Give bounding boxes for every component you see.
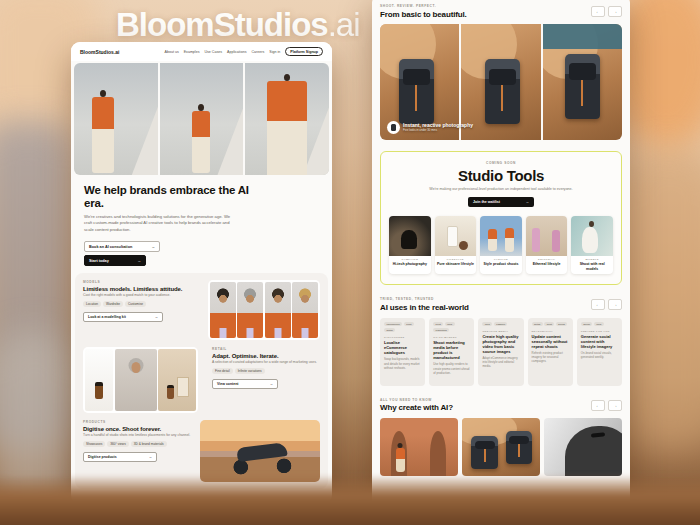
retail-section: RETAIL Adapt. Optimise. Iterate. A selec… [83, 347, 320, 413]
hero-photo-model-center [160, 63, 244, 175]
tool-card-label: Ethereal lifestyle [528, 262, 566, 266]
use-card-body: Adapt eCommerce imagery into lifestyle a… [482, 356, 519, 368]
models-text: MODELS Limitless models. Limitless attit… [83, 280, 195, 322]
tool-card-skincare[interactable]: LIFESTYLE Pure skincare lifestyle [435, 216, 477, 274]
carousel-prev-button[interactable]: ← [591, 400, 605, 411]
tool-card-label: Hi-tech photography [391, 262, 429, 266]
tool-card-hi-tech[interactable]: CAMPAIGN Hi-tech photography [389, 216, 431, 274]
book-consultation-button[interactable]: Book an AI consultation → [84, 241, 160, 252]
join-waitlist-button[interactable]: Join the waitlist → [468, 197, 534, 207]
gallery-heading: From basic to beautiful. [380, 10, 622, 19]
tool-card-label: Pure skincare lifestyle [437, 262, 475, 266]
backpack-shape [399, 59, 434, 124]
uses-overline: TRIED, TESTED, TRUSTED [380, 297, 622, 301]
use-card-catalogues[interactable]: eCommercePrintRetail CATALOGUES Localise… [380, 318, 425, 386]
use-card-premanufacture[interactable]: PrintWebMarketing GO-TO-MARKET Shoot mar… [429, 318, 474, 386]
backpack-photo-3 [543, 24, 622, 140]
use-tag: Print [404, 322, 414, 327]
gallery-arrows: ← → [591, 6, 622, 17]
arrow-right-icon: → [149, 455, 153, 459]
tool-card-real-models[interactable]: MODELS Shoot with real models [571, 216, 613, 274]
arrow-right-icon: → [137, 259, 141, 263]
poster-title-main: BloomStudios [116, 6, 328, 43]
use-tag: Social [581, 322, 593, 327]
carousel-next-button[interactable]: → [608, 6, 622, 17]
features-card: MODELS Limitless models. Limitless attit… [75, 273, 328, 489]
why-header: ALL YOU NEED TO KNOW Why create with AI?… [380, 398, 622, 413]
tool-card-photo [526, 216, 568, 256]
nav-link-examples[interactable]: Examples [184, 50, 200, 54]
poster-title: BloomStudios.ai [116, 6, 360, 44]
model-figure [192, 111, 210, 173]
nav-link-applications[interactable]: Applications [227, 50, 246, 54]
use-card-social[interactable]: SocialWeb CREATED FOR YOU Generate socia… [577, 318, 622, 386]
book-consultation-label: Book an AI consultation [89, 245, 132, 249]
why-photo-bw-portrait [544, 418, 622, 476]
backpack-gallery: Instant, reactive photography Five looks… [380, 24, 622, 140]
retail-body: A selection of curated adaptations for a… [212, 360, 320, 365]
model-figure [396, 448, 405, 472]
retail-heading: Adapt. Optimise. Iterate. [212, 353, 320, 359]
models-tags: Location Wardrobe Customise [83, 301, 195, 307]
serum-bottle-photo [85, 349, 113, 411]
tool-card-photo [435, 216, 477, 256]
tool-card-photo [389, 216, 431, 256]
carousel-prev-button[interactable]: ← [591, 299, 605, 310]
use-tag: Retail [384, 328, 395, 333]
why-gallery [380, 418, 622, 476]
start-today-button[interactable]: Start today → [84, 255, 146, 266]
carousel-next-button[interactable]: → [608, 400, 622, 411]
tag-wardrobe: Wardrobe [103, 301, 123, 307]
carousel-prev-button[interactable]: ← [591, 6, 605, 17]
tool-card-photo [571, 216, 613, 256]
use-card-overline: SEASONALITY [532, 330, 569, 333]
use-tag: Web [445, 322, 455, 327]
tool-card-style-shoots[interactable]: FASHION Style product shoots [480, 216, 522, 274]
modelling-kit-button[interactable]: Look at a modelling kit → [83, 312, 163, 322]
use-card-title: Localise eCommerce catalogues [384, 340, 421, 355]
nav-link-signin[interactable]: Sign in [269, 50, 280, 54]
product-scene-photo [158, 349, 196, 411]
caption-text: Instant, reactive photography Five looks… [403, 122, 473, 132]
nav-link-use-cases[interactable]: Use Cases [204, 50, 222, 54]
view-content-button[interactable]: View content → [212, 379, 278, 389]
use-tag: Fashion [494, 322, 508, 327]
arrow-right-icon: → [525, 200, 529, 204]
backpack-shape [565, 54, 600, 119]
tool-card-photo [480, 216, 522, 256]
nav-link-careers[interactable]: Careers [251, 50, 264, 54]
tag-variations: Infinite variations [235, 368, 265, 374]
join-waitlist-label: Join the waitlist [473, 200, 500, 204]
platform-signup-button[interactable]: Platform Signup [285, 47, 323, 56]
carousel-next-button[interactable]: → [608, 299, 622, 310]
tool-card-overline: FASHION [482, 258, 520, 261]
woman-product-photo [115, 349, 157, 411]
hero-section: We help brands embrace the AI era. We're… [71, 175, 332, 266]
tag-360-views: 360° views [107, 441, 128, 447]
hero-photo-model-left [74, 63, 158, 175]
gallery-header: SHOOT. REVIEW. PERFECT. From basic to be… [380, 4, 622, 19]
models-photo-strip [208, 280, 321, 340]
use-card-title: Shoot marketing media before product is … [433, 340, 470, 360]
tool-card-ethereal[interactable]: EDITORIAL Ethereal lifestyle [526, 216, 568, 274]
retail-photo-collage [83, 347, 198, 413]
products-body: Turn a handful of studio shots into limi… [83, 433, 195, 438]
studio-tools-card: COMING SOON Studio Tools We're making ou… [380, 151, 622, 286]
why-arrows: ← → [591, 400, 622, 411]
model-figure [432, 448, 441, 472]
gallery-caption: Instant, reactive photography Five looks… [387, 121, 473, 134]
use-card-seasonal[interactable]: RetailPrintSocial SEASONALITY Update con… [528, 318, 573, 386]
poster-scene: BloomStudios.ai BloomStudios.ai About us… [0, 0, 700, 525]
use-card-high-quality[interactable]: WebFashion CREATIVE MEDIA Create high qu… [478, 318, 523, 386]
why-photo-arches [380, 418, 458, 476]
use-tag: Print [544, 322, 554, 327]
digitise-products-button[interactable]: Digitise products → [83, 452, 157, 462]
backpack-shape [506, 431, 533, 463]
model-portrait-4 [292, 282, 318, 338]
view-content-label: View content [217, 382, 239, 386]
nav-link-about[interactable]: About us [165, 50, 179, 54]
motorbike-sunset-photo [200, 420, 320, 482]
site-logo[interactable]: BloomStudios.ai [80, 49, 119, 55]
use-case-cards: eCommercePrintRetail CATALOGUES Localise… [380, 318, 622, 386]
models-section: MODELS Limitless models. Limitless attit… [83, 280, 320, 340]
